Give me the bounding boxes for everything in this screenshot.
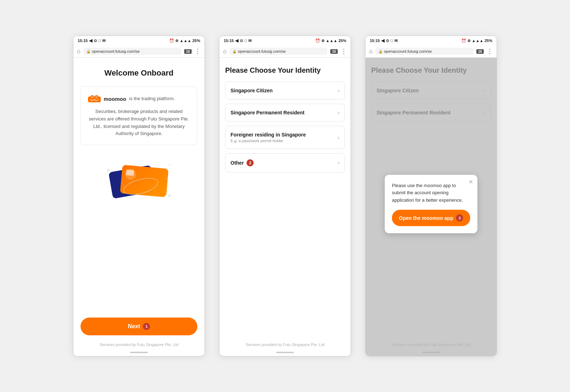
browser-more-icon[interactable]: ⋮ — [195, 47, 201, 55]
identity-body: Please Choose Your Identity Singapore Ci… — [219, 58, 351, 339]
moomoo-logo-icon — [88, 94, 101, 104]
location-icon: ⊙ — [94, 38, 97, 43]
notification-icon-2: □ — [244, 38, 247, 43]
option-label-foreigner: Foreigner residing in Singapore — [230, 132, 338, 138]
home-icon-3[interactable]: ⌂ — [369, 48, 373, 55]
next-btn-wrap: Next 1 — [73, 312, 204, 339]
status-bar-3: 15:15 ◀ ⊙ □ ✉ ⏰ ⚙ ▲▲▲ 25% — [366, 36, 497, 45]
message-icon: ✉ — [102, 38, 105, 43]
wifi-icon-3: ⚙ — [467, 39, 471, 43]
svg-point-4 — [95, 96, 98, 98]
open-moomoo-app-button[interactable]: Open the moomoo app 3 — [392, 210, 470, 226]
identity-content-3: Please Choose Your Identity Singapore Ci… — [366, 58, 497, 356]
status-right-2: ⏰ ⚙ ▲▲▲ 25% — [315, 38, 346, 43]
svg-point-3 — [91, 96, 93, 98]
home-icon[interactable]: ⌂ — [77, 48, 81, 55]
browser-bar-1: ⌂ 🔒 openaccount.futusg.com/se‌ 16 ⋮ — [73, 45, 204, 58]
alarm-icon-2: ⏰ — [315, 38, 320, 43]
signal-bars-icon-2: ▲▲▲ — [326, 38, 337, 43]
option-foreigner[interactable]: Foreigner residing in Singapore E.g. a p… — [225, 126, 345, 149]
wifi-icon-2: ⚙ — [321, 39, 325, 43]
browser-tab-count-2[interactable]: 16 — [330, 49, 338, 54]
signal-icon-3: ◀ — [381, 38, 384, 43]
option-permanent-resident[interactable]: Singapore Permanent Resident › — [225, 104, 345, 122]
home-icon-2[interactable]: ⌂ — [223, 48, 227, 55]
scroll-indicator-2 — [276, 352, 294, 353]
lock-icon-2: 🔒 — [232, 50, 237, 53]
welcome-card: moomoo is the trading platform. Securiti… — [81, 86, 197, 145]
lock-icon-3: 🔒 — [378, 50, 383, 53]
signal-bars-icon-3: ▲▲▲ — [472, 38, 483, 43]
browser-tab-count[interactable]: 16 — [184, 49, 192, 54]
status-time-2: 15:15 ◀ ⊙ □ ✉ — [224, 38, 252, 43]
signal-bars-icon: ▲▲▲ — [180, 38, 191, 43]
identity-content: Please Choose Your Identity Singapore Ci… — [219, 58, 351, 356]
status-bar-1: 15:15 ◀ ⊙ □ ✉ ⏰ ⚙ ▲▲▲ 25% — [73, 36, 204, 45]
status-time-1: 15:15 ◀ ⊙ □ ✉ — [78, 38, 105, 43]
option-label-citizen: Singapore Citizen — [230, 88, 338, 93]
status-right-3: ⏰ ⚙ ▲▲▲ 25% — [461, 38, 492, 43]
diamond-icon-br: ◇ — [168, 193, 171, 197]
popup-card: ✕ Please use the moomoo app to submit th… — [385, 175, 477, 233]
footer-2: Services provided by Futu Singapore Pte.… — [219, 339, 351, 352]
moomoo-brand: moomoo is the trading platform. — [88, 94, 190, 104]
browser-url-2[interactable]: 🔒 openaccount.futusg.com/se‌ — [229, 48, 327, 55]
option-label-pr: Singapore Permanent Resident — [230, 110, 338, 115]
dots-decoration: • • • — [166, 163, 171, 166]
alarm-icon-3: ⏰ — [461, 38, 466, 43]
signal-icon-2: ◀ — [235, 38, 238, 43]
option-other[interactable]: Other 2 › — [225, 153, 345, 172]
diamond-icon-tl: ◇ — [107, 168, 110, 172]
popup-message: Please use the moomoo app to submit the … — [392, 182, 470, 204]
status-right-1: ⏰ ⚙ ▲▲▲ 25% — [169, 38, 200, 43]
card-chip — [126, 170, 134, 176]
brand-description: Securities, brokerage products and relat… — [88, 108, 190, 138]
plus-icon: + — [166, 176, 169, 181]
browser-bar-3: ⌂ 🔒 openaccount.futusg.com/se‌ 16 ⋮ — [366, 45, 497, 58]
option-label-other: Other 2 — [230, 159, 338, 166]
option-singapore-citizen[interactable]: Singapore Citizen › — [225, 82, 345, 99]
browser-bar-2: ⌂ 🔒 openaccount.futusg.com/se‌ 16 ⋮ — [219, 45, 351, 58]
scroll-indicator-1 — [130, 352, 148, 353]
browser-url-3[interactable]: 🔒 openaccount.futusg.com/se‌ — [375, 48, 473, 55]
chevron-icon-citizen: › — [338, 88, 340, 93]
browser-more-icon-3[interactable]: ⋮ — [487, 47, 493, 55]
welcome-body: Welcome Onboard moomoo is t — [73, 58, 204, 312]
location-icon-3: ⊙ — [386, 38, 389, 43]
chevron-icon-other: › — [338, 160, 340, 166]
brand-tagline: is the trading platform. — [129, 95, 175, 103]
phone-screen-2: 15:15 ◀ ⊙ □ ✉ ⏰ ⚙ ▲▲▲ 25% ⌂ 🔒 openaccoun… — [219, 36, 351, 356]
step-badge-3: 3 — [456, 214, 463, 221]
welcome-title: Welcome Onboard — [104, 68, 173, 78]
notification-icon-3: □ — [390, 38, 393, 43]
identity-title: Please Choose Your Identity — [225, 66, 345, 74]
browser-url-1[interactable]: 🔒 openaccount.futusg.com/se‌ — [83, 48, 181, 55]
signal-icon: ◀ — [89, 38, 92, 43]
next-button[interactable]: Next 1 — [81, 318, 197, 335]
notification-icon: □ — [98, 38, 101, 43]
alarm-icon: ⏰ — [169, 38, 174, 43]
location-icon-2: ⊙ — [240, 38, 243, 43]
message-icon-3: ✉ — [394, 38, 398, 43]
wifi-icon: ⚙ — [175, 39, 178, 43]
browser-more-icon-2[interactable]: ⋮ — [341, 47, 347, 55]
phone-screen-3: 15:15 ◀ ⊙ □ ✉ ⏰ ⚙ ▲▲▲ 25% ⌂ 🔒 openaccoun… — [365, 36, 497, 356]
status-bar-2: 15:15 ◀ ⊙ □ ✉ ⏰ ⚙ ▲▲▲ 25% — [219, 36, 351, 45]
card-illustration: ◇ ◇ + • • • — [103, 158, 175, 204]
popup-close-button[interactable]: ✕ — [468, 178, 473, 185]
screens-container: 15:15 ◀ ⊙ □ ✉ ⏰ ⚙ ▲▲▲ 25% ⌂ 🔒 openaccoun… — [59, 21, 511, 371]
identity-options: Singapore Citizen › Singapore Permanent … — [225, 82, 345, 172]
phone-screen-1: 15:15 ◀ ⊙ □ ✉ ⏰ ⚙ ▲▲▲ 25% ⌂ 🔒 openaccoun… — [73, 36, 205, 356]
chevron-icon-foreigner: › — [338, 135, 340, 140]
chevron-icon-pr: › — [338, 110, 340, 115]
browser-tab-count-3[interactable]: 16 — [476, 49, 484, 54]
welcome-content: Welcome Onboard moomoo is t — [73, 58, 204, 356]
message-icon-2: ✉ — [248, 38, 252, 43]
lock-icon: 🔒 — [86, 50, 90, 53]
status-time-3: 15:15 ◀ ⊙ □ ✉ — [370, 38, 398, 43]
step-badge-2: 2 — [247, 159, 254, 166]
option-sub-foreigner: E.g. a pass/work permit holder — [230, 139, 338, 143]
footer-1: Services provided by Futu Singapore Pte.… — [73, 339, 204, 352]
moomoo-name: moomoo — [104, 96, 126, 102]
step-badge-1: 1 — [143, 323, 150, 330]
